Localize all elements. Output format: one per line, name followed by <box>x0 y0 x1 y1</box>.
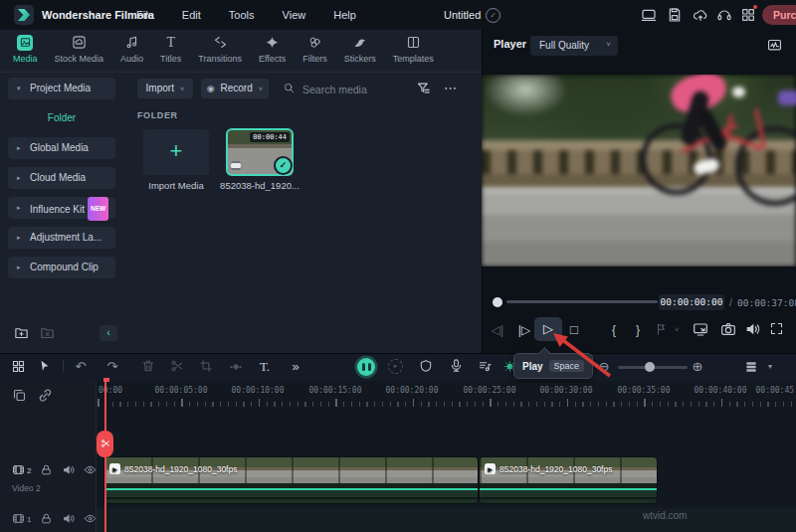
previous-frame-button[interactable]: ◁| <box>486 319 509 341</box>
delete-folder-icon[interactable] <box>40 325 55 340</box>
apps-grid-icon[interactable] <box>740 7 756 23</box>
seek-bar[interactable] <box>506 300 658 303</box>
record-button[interactable]: ◉ Record ˅ <box>201 79 269 98</box>
timeline-clip-1[interactable]: ▶852038-hd_1920_1080_30fps <box>104 457 478 503</box>
filters-icon <box>307 34 322 51</box>
tab-titles[interactable]: T Titles <box>157 34 184 72</box>
track-manager-icon[interactable] <box>744 360 758 374</box>
video-preview[interactable] <box>482 75 796 266</box>
lock-icon[interactable] <box>40 512 53 525</box>
support-headset-icon[interactable] <box>716 7 732 23</box>
keyframe-icon[interactable]: •◆• <box>225 359 247 375</box>
next-frame-button[interactable]: |▷ <box>512 319 536 341</box>
visibility-eye-icon[interactable] <box>84 463 97 476</box>
caret-right-icon: ▸ <box>17 167 21 189</box>
script-notes-icon[interactable] <box>478 359 493 374</box>
tab-transitions[interactable]: Transitions <box>195 34 245 72</box>
sidebar-item-influence-kit[interactable]: ▸ Influence KitNEW <box>8 197 115 219</box>
select-cursor-icon[interactable] <box>38 359 52 373</box>
clip-duration-badge: 00:00:44 <box>250 132 290 142</box>
preview-render-icon[interactable]: ▸ <box>388 359 403 374</box>
collapse-sidebar-button[interactable]: ‹ <box>100 325 117 341</box>
menu-view[interactable]: View <box>283 0 306 30</box>
filter-icon[interactable] <box>416 81 431 95</box>
sidebar-item-adjustment-layer[interactable]: ▸ Adjustment La... <box>8 227 115 249</box>
zoom-out-button[interactable]: ⊖ <box>596 359 612 375</box>
chevron-down-icon: ˅ <box>606 41 611 49</box>
tab-stickers[interactable]: Stickers <box>341 34 379 72</box>
split-scissors-icon[interactable] <box>170 359 184 373</box>
cloud-upload-icon[interactable] <box>693 7 708 23</box>
voiceover-mic-icon[interactable] <box>449 358 464 373</box>
duplicate-icon[interactable] <box>12 388 27 403</box>
render-preview-icon[interactable] <box>766 38 783 53</box>
caret-right-icon: ▸ <box>17 197 21 219</box>
redo-button[interactable]: ↷ <box>103 359 121 375</box>
quality-dropdown[interactable]: Full Quality ˅ <box>530 36 618 56</box>
delete-trash-icon[interactable] <box>141 359 155 373</box>
copyright-shield-icon[interactable] <box>419 359 433 373</box>
current-timecode[interactable]: 00:00:00:00 <box>659 294 724 310</box>
timeline-clip-2[interactable]: ▶852038-hd_1920_1080_30fps <box>480 457 657 503</box>
mark-out-button[interactable]: } <box>629 319 647 341</box>
mirror-display-icon[interactable] <box>693 321 708 337</box>
empty-track-lane[interactable] <box>96 508 796 532</box>
stop-button[interactable]: □ <box>564 319 584 341</box>
top-bar: Wondershare Filmora File Edit Tools View… <box>0 0 796 30</box>
seek-handle[interactable] <box>493 297 502 307</box>
menu-edit[interactable]: Edit <box>182 0 201 30</box>
sidebar-item-cloud-media[interactable]: ▸ Cloud Media <box>8 167 115 189</box>
menu-tools[interactable]: Tools <box>229 0 255 30</box>
tab-templates[interactable]: Templates <box>390 34 437 72</box>
zoom-slider-handle[interactable] <box>645 362 655 372</box>
menu-help[interactable]: Help <box>333 0 356 30</box>
mark-in-button[interactable]: { <box>605 319 623 341</box>
media-clip-tile[interactable]: 00:00:44 ✓ <box>226 128 294 176</box>
playhead-handle[interactable] <box>97 431 113 457</box>
text-tool-button[interactable]: T. <box>256 359 274 375</box>
more-options-icon[interactable]: ⋯ <box>444 82 457 94</box>
mute-speaker-icon[interactable] <box>62 463 75 476</box>
import-button[interactable]: Import ˅ <box>137 79 193 98</box>
tab-filters[interactable]: Filters <box>299 34 330 72</box>
media-tabs: Media Stock Media Audio T Titles Transit… <box>10 34 478 72</box>
chevron-down-icon: ˅ <box>259 86 264 93</box>
sidebar-item-folder[interactable]: Folder <box>8 107 115 129</box>
mute-speaker-icon[interactable] <box>62 512 75 525</box>
sidebar-item-project-media[interactable]: ▾ Project Media <box>8 78 115 99</box>
ruler-label: 00:00:10:00 <box>232 386 285 395</box>
lock-icon[interactable] <box>40 463 53 476</box>
crop-icon[interactable] <box>199 359 213 373</box>
ai-copilot-icon[interactable] <box>357 358 375 376</box>
more-tools-button[interactable]: » <box>287 359 304 375</box>
undo-button[interactable]: ↶ <box>72 359 90 375</box>
import-media-tile[interactable]: + <box>143 129 209 175</box>
ruler-label: 00:00:40:00 <box>695 386 747 395</box>
tab-media[interactable]: Media <box>10 34 41 72</box>
filmora-app-window: Wondershare Filmora File Edit Tools View… <box>0 0 796 532</box>
tab-effects[interactable]: Effects <box>256 34 289 72</box>
tab-stock-media[interactable]: Stock Media <box>52 34 107 72</box>
marker-flag-icon[interactable] <box>655 322 669 336</box>
media-layout-icon[interactable] <box>11 359 26 374</box>
fullscreen-icon[interactable] <box>769 321 784 336</box>
play-button[interactable]: ▷ <box>534 317 562 341</box>
volume-speaker-icon[interactable] <box>744 321 760 337</box>
sidebar-item-compound-clip[interactable]: ▸ Compound Clip <box>8 257 115 278</box>
notification-dot <box>753 5 757 9</box>
sidebar-item-global-media[interactable]: ▸ Global Media <box>8 137 115 159</box>
tab-audio[interactable]: Audio <box>117 34 146 72</box>
zoom-in-button[interactable]: ⊕ <box>690 359 705 375</box>
workspace-layout-icon[interactable] <box>641 7 657 23</box>
search-input[interactable] <box>300 80 409 99</box>
snapshot-camera-icon[interactable] <box>720 321 736 337</box>
visibility-eye-icon[interactable] <box>84 512 97 525</box>
new-folder-icon[interactable] <box>14 325 29 340</box>
save-icon[interactable] <box>667 7 683 23</box>
link-icon[interactable] <box>38 388 53 403</box>
saved-check-icon: ✓ <box>486 8 500 23</box>
menu-bar: File Edit Tools View Help <box>136 0 381 30</box>
menu-file[interactable]: File <box>136 0 154 30</box>
purchase-button[interactable]: Purchase <box>762 5 796 25</box>
caret-down-icon[interactable]: ▾ <box>764 359 776 375</box>
